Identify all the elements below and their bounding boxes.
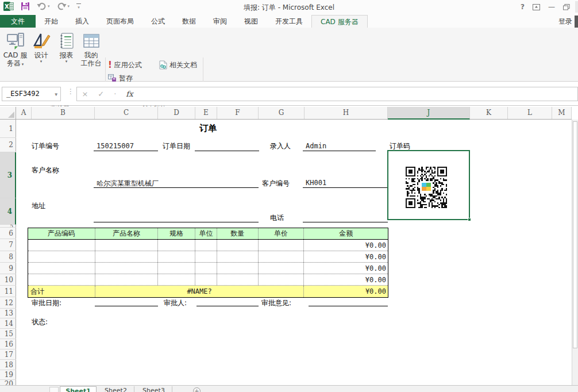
related-documents-button[interactable]: 相关文档 (159, 59, 197, 71)
restore-button[interactable] (563, 4, 570, 10)
column-header-m[interactable]: M (552, 107, 572, 119)
amount-cell[interactable]: ¥0.00 (304, 240, 388, 251)
approver-field[interactable] (196, 297, 259, 306)
close-button[interactable] (575, 1, 578, 13)
column-header-d[interactable]: D (158, 107, 195, 119)
tab-file[interactable]: 文件 (0, 15, 36, 28)
formula-bar: _ESF3492 ▼ ⋮ × ✓ · fx (0, 82, 578, 106)
row-header-13[interactable]: 13 (0, 309, 16, 318)
name-box[interactable]: _ESF3492 ▼ (2, 87, 61, 101)
order-date-field[interactable] (195, 142, 259, 151)
minimize-button[interactable]: — (548, 3, 555, 11)
column-header-e[interactable]: E (195, 107, 217, 119)
approval-date-field[interactable] (95, 297, 158, 306)
row-header-1[interactable]: 1 (0, 120, 16, 138)
row-header-7[interactable]: 7 (0, 239, 16, 251)
order-no-field[interactable]: 150215007 (94, 142, 158, 151)
sign-in-link[interactable]: 登录 (558, 15, 572, 28)
tab-insert[interactable]: 插入 (67, 15, 98, 28)
row-header-19[interactable]: 19 (0, 370, 16, 380)
confirm-entry-button[interactable]: ✓ (98, 90, 104, 98)
table-row[interactable]: ¥0.00 (28, 263, 388, 274)
amount-cell[interactable]: ¥0.00 (304, 274, 388, 285)
header-amount: 金额 (304, 228, 388, 239)
sheet-tab-sheet2[interactable]: Sheet2 (98, 386, 134, 392)
column-header-b[interactable]: B (32, 107, 95, 119)
row-header-8[interactable]: 8 (0, 251, 16, 263)
column-header-h[interactable]: H (305, 107, 388, 119)
design-button[interactable]: 设计 ▾ (29, 30, 53, 78)
amount-cell[interactable]: ¥0.00 (304, 251, 388, 262)
row-header-2[interactable]: 2 (0, 138, 16, 152)
row-header-9[interactable]: 9 (0, 263, 16, 274)
report-button[interactable]: 报表 ▾ (54, 30, 79, 78)
tab-page-layout[interactable]: 页面布局 (98, 15, 142, 28)
address-label: 地址 (32, 201, 45, 211)
sheet-nav-buttons[interactable] (49, 387, 59, 392)
column-header-c[interactable]: C (95, 107, 158, 119)
tab-formulas[interactable]: 公式 (142, 15, 174, 28)
column-header-a[interactable]: A (16, 107, 32, 119)
row-header-11[interactable]: 11 (0, 286, 16, 297)
selected-cell-outline[interactable] (387, 150, 470, 220)
table-row[interactable]: ¥0.00 (28, 240, 388, 251)
ribbon: CAD 服 务器 ▾ 设计 ▾ 报表 ▾ 我的 工作台 ! 应用公式 (0, 28, 578, 82)
cad-server-button[interactable]: CAD 服 务器 ▾ (3, 30, 28, 78)
formula-input[interactable] (138, 87, 578, 101)
insert-function-button[interactable]: fx (126, 90, 133, 98)
apply-formula-button[interactable]: ! 应用公式 (108, 59, 142, 71)
row-header-10[interactable]: 10 (0, 274, 16, 286)
add-sheet-button[interactable]: + (193, 387, 201, 392)
approval-opinion-field[interactable] (309, 297, 388, 306)
cancel-entry-button[interactable]: × (82, 90, 88, 98)
amount-cell[interactable]: ¥0.00 (304, 263, 388, 274)
phone-field[interactable] (303, 213, 388, 222)
row-header-16[interactable]: 16 (0, 339, 16, 349)
vertical-scrollbar-thumb[interactable] (573, 121, 577, 348)
column-header-f[interactable]: F (217, 107, 259, 119)
related-documents-icon (159, 60, 167, 70)
row-header-6[interactable]: 6 (0, 228, 16, 239)
row-header-17[interactable]: 17 (0, 349, 16, 360)
tab-view[interactable]: 视图 (236, 15, 267, 28)
apply-formula-icon: ! (108, 60, 112, 70)
related-documents-label: 相关文档 (169, 60, 197, 70)
sheet-tab-sheet1[interactable]: Sheet1 (60, 386, 97, 392)
row-header-14[interactable]: 14 (0, 318, 16, 329)
help-button[interactable]: ? (521, 3, 525, 11)
cad-server-dropdown-icon: ▾ (21, 62, 24, 67)
row-header-4[interactable]: 4 (0, 198, 16, 225)
tab-developer[interactable]: 开发工具 (267, 15, 311, 28)
column-header-k[interactable]: K (470, 107, 508, 119)
avatar[interactable] (575, 16, 578, 28)
customer-no-field[interactable]: KH001 (303, 179, 388, 188)
sheet-tab-sheet3[interactable]: Sheet3 (136, 386, 172, 392)
tab-review[interactable]: 审阅 (205, 15, 236, 28)
name-box-dropdown-icon[interactable]: ▼ (55, 87, 57, 102)
total-row[interactable]: 合计 #NAME? ¥0.00 (28, 286, 388, 297)
ribbon-display-options-button[interactable] (533, 4, 540, 10)
my-workbench-button[interactable]: 我的 工作台 (79, 30, 103, 78)
row-header-18[interactable]: 18 (0, 360, 16, 370)
fill-handle[interactable] (468, 218, 471, 221)
customer-name-field[interactable]: 哈尔滨某重型机械厂 (94, 179, 259, 188)
approver-label: 审批人: (164, 298, 187, 308)
address-field[interactable] (94, 213, 259, 222)
status-label: 状态: (32, 317, 48, 327)
column-header-j[interactable]: J (388, 107, 470, 120)
column-header-l[interactable]: L (508, 107, 552, 119)
select-all-corner[interactable] (0, 107, 16, 119)
tab-data[interactable]: 数据 (174, 15, 205, 28)
row-header-15[interactable]: 15 (0, 329, 16, 339)
entry-person-field[interactable]: Admin (303, 142, 376, 151)
row-header-12[interactable]: 12 (0, 297, 16, 309)
row-header-3[interactable]: 3 (0, 152, 16, 198)
table-row[interactable]: ¥0.00 (28, 274, 388, 286)
product-table-header: 产品编码 产品名称 规格 单位 数量 单价 金额 (28, 228, 388, 240)
table-row[interactable]: ¥0.00 (28, 251, 388, 263)
vertical-scrollbar[interactable] (572, 120, 578, 389)
header-quantity: 数量 (217, 228, 259, 239)
tab-cad-server[interactable]: CAD 服务器 (311, 15, 368, 28)
tab-home[interactable]: 开始 (36, 15, 67, 28)
column-header-g[interactable]: G (259, 107, 305, 119)
